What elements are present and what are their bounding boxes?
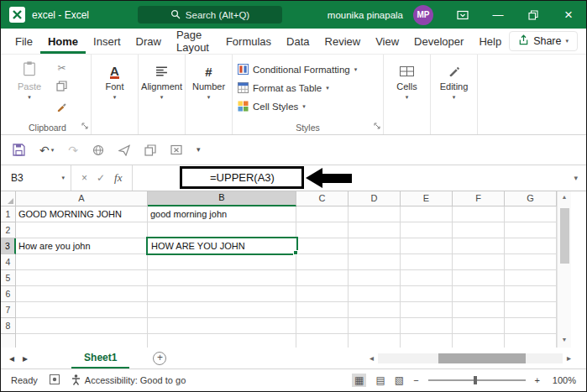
qat-more-icon[interactable]: ▾ <box>197 146 201 154</box>
search-icon <box>170 9 181 21</box>
zoom-level[interactable]: 100% <box>549 375 576 385</box>
cell-B1[interactable]: good morning john <box>150 206 227 222</box>
number-group-button[interactable]: # Number ▾ <box>186 55 233 134</box>
cell-B3-selected[interactable]: HOW ARE YOU JOHN <box>146 237 298 255</box>
column-header-d[interactable]: D <box>349 191 401 206</box>
row-header-5[interactable]: 5 <box>1 270 16 286</box>
font-group-button[interactable]: A Font ▾ <box>92 55 139 134</box>
redo-icon[interactable]: ↷ <box>68 144 78 156</box>
fill-handle[interactable] <box>293 250 298 255</box>
formula-bar-expand-icon[interactable]: ▾ <box>565 165 586 191</box>
send-icon[interactable] <box>118 144 130 156</box>
horizontal-scroll-thumb[interactable] <box>438 353 526 363</box>
enter-icon[interactable]: ✓ <box>97 172 105 184</box>
globe-icon[interactable] <box>92 144 104 156</box>
avatar[interactable]: MP <box>413 5 433 25</box>
alignment-group-button[interactable]: Alignment ▾ <box>139 55 186 134</box>
tab-review[interactable]: Review <box>317 29 369 54</box>
column-header-f[interactable]: F <box>453 191 505 206</box>
sheet-tab-sheet1[interactable]: Sheet1 <box>71 348 129 368</box>
grid-cells[interactable]: GOOD MORNING JOHN good morning john How … <box>16 206 557 348</box>
cells-group-button[interactable]: Cells ▾ <box>384 55 431 134</box>
tab-page-layout[interactable]: Page Layout <box>169 29 218 54</box>
styles-dialog-launcher-icon[interactable] <box>374 118 380 133</box>
view-page-layout-icon[interactable]: ▤ <box>375 374 385 386</box>
sheet-nav-left-icon[interactable]: ◂ <box>9 353 14 364</box>
tab-data[interactable]: Data <box>279 29 317 54</box>
row-header-4[interactable]: 4 <box>1 254 16 270</box>
zoom-slider-handle[interactable] <box>474 376 477 384</box>
row-header-7[interactable]: 7 <box>1 302 16 318</box>
new-sheet-button[interactable]: + <box>153 352 166 365</box>
ribbon-display-options-icon[interactable] <box>445 1 480 29</box>
editing-group-button[interactable]: Editing ▾ <box>431 55 478 134</box>
maximize-button[interactable] <box>516 1 551 29</box>
conditional-formatting-button[interactable]: Conditional Formatting ▾ <box>238 61 378 78</box>
column-header-c[interactable]: C <box>296 191 349 206</box>
user-name[interactable]: mounika pinapala <box>328 10 403 20</box>
copy-window-icon[interactable] <box>144 144 156 156</box>
save-icon[interactable] <box>13 144 25 156</box>
tab-insert[interactable]: Insert <box>86 29 128 54</box>
cell-styles-button[interactable]: Cell Styles ▾ <box>238 98 378 115</box>
gridline <box>147 206 148 348</box>
copy-icon[interactable] <box>56 81 67 94</box>
undo-icon[interactable]: ↶ ▾ <box>39 144 54 156</box>
view-page-break-icon[interactable]: ▧ <box>395 374 404 386</box>
tab-draw[interactable]: Draw <box>128 29 169 54</box>
tab-developer[interactable]: Developer <box>406 29 471 54</box>
chevron-down-icon: ▾ <box>453 94 456 101</box>
paste-button[interactable]: Paste ▾ <box>9 60 50 119</box>
alignment-group-label: Alignment <box>141 81 182 91</box>
row-header-8[interactable]: 8 <box>1 318 16 334</box>
view-normal-icon[interactable]: ▦ <box>352 374 366 387</box>
share-button[interactable]: Share ▾ <box>509 31 578 51</box>
search-box[interactable]: Search (Alt+Q) <box>138 6 282 24</box>
tab-home[interactable]: Home <box>40 29 86 54</box>
scroll-down-icon[interactable]: ▼ <box>558 334 571 346</box>
chevron-down-icon: ▾ <box>354 66 358 73</box>
select-all-button[interactable] <box>1 191 16 206</box>
vertical-scrollbar[interactable]: ▲ ▼ <box>557 191 571 348</box>
tab-view[interactable]: View <box>368 29 406 54</box>
column-header-a[interactable]: A <box>16 191 148 206</box>
hscroll-left-icon[interactable]: ◂ <box>369 353 374 363</box>
scroll-up-icon[interactable]: ▲ <box>558 191 571 203</box>
close-window-icon[interactable] <box>170 144 182 155</box>
row-header-1[interactable]: 1 <box>1 206 16 222</box>
minimize-button[interactable]: — <box>480 1 516 29</box>
cells-icon <box>400 65 414 79</box>
tab-help[interactable]: Help <box>471 29 509 54</box>
cancel-icon[interactable]: × <box>81 172 87 184</box>
format-as-table-button[interactable]: Format as Table ▾ <box>238 80 378 97</box>
vertical-scroll-thumb[interactable] <box>560 208 569 264</box>
zoom-slider[interactable] <box>428 374 526 386</box>
sheet-nav-right-icon[interactable]: ▸ <box>23 353 28 364</box>
insert-function-icon[interactable]: fx <box>114 171 122 185</box>
close-button[interactable]: × <box>551 1 586 29</box>
column-header-g[interactable]: G <box>505 191 557 206</box>
zoom-out-icon[interactable]: − <box>413 375 418 385</box>
undo-glyph: ↶ <box>39 144 50 156</box>
zoom-in-icon[interactable]: + <box>535 375 540 385</box>
accessibility-status[interactable]: Accessibility: Good to go <box>71 374 186 387</box>
cell-A1[interactable]: GOOD MORNING JOHN <box>18 206 122 222</box>
cut-icon[interactable]: ✂ <box>57 62 66 74</box>
hscroll-right-icon[interactable]: ▸ <box>567 353 571 363</box>
column-header-e[interactable]: E <box>401 191 453 206</box>
cell-A3[interactable]: How are you john <box>18 238 91 253</box>
row-header-6[interactable]: 6 <box>1 286 16 302</box>
tab-formulas[interactable]: Formulas <box>218 29 279 54</box>
tab-file[interactable]: File <box>8 29 40 54</box>
record-macro-icon[interactable] <box>50 374 60 386</box>
formula-input[interactable]: =UPPER(A3) <box>133 165 565 191</box>
format-painter-icon[interactable] <box>56 101 67 114</box>
horizontal-scroll-track[interactable] <box>378 353 563 363</box>
clipboard-dialog-launcher-icon[interactable] <box>81 118 88 133</box>
horizontal-scrollbar[interactable]: ◂ ▸ <box>369 353 571 363</box>
column-header-b[interactable]: B <box>148 191 296 206</box>
name-box[interactable]: B3 ▾ <box>1 165 71 191</box>
chevron-down-icon: ▾ <box>28 94 31 101</box>
row-header-3[interactable]: 3 <box>1 238 16 254</box>
row-header-2[interactable]: 2 <box>1 222 16 238</box>
